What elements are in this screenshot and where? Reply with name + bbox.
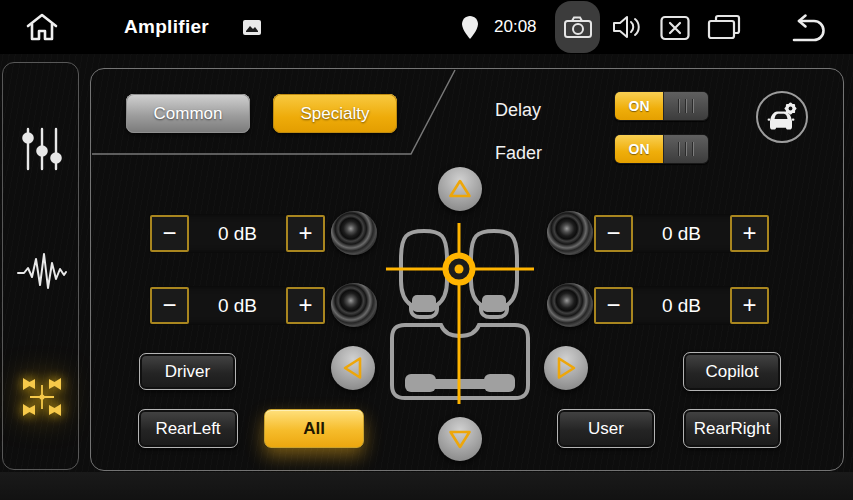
fader-toggle[interactable]: ON [614, 134, 709, 164]
sidebar-item-waveform[interactable] [3, 243, 80, 299]
gain-row-front-right: − 0 dB + [593, 214, 770, 253]
rear-right-plus-button[interactable]: + [730, 287, 769, 324]
balance-fader-icon [18, 373, 66, 421]
balance-down-button[interactable] [438, 417, 482, 461]
front-left-speaker-icon [331, 211, 377, 255]
clock: 20:08 [494, 0, 537, 54]
sidebar [2, 62, 79, 470]
balance-left-button[interactable] [331, 346, 375, 390]
equalizer-icon [22, 127, 62, 171]
page-title: Amplifier [124, 0, 209, 54]
recents-button[interactable] [707, 14, 741, 40]
preset-rearright-button[interactable]: RearRight [683, 409, 781, 448]
front-left-minus-button[interactable]: − [150, 215, 189, 252]
back-icon [786, 13, 828, 43]
front-right-gain-value: 0 dB [662, 223, 701, 245]
delay-toggle[interactable]: ON [614, 91, 709, 121]
tab-common-label: Common [154, 104, 223, 124]
preset-user-label: User [588, 419, 624, 439]
car-settings-button[interactable] [756, 91, 808, 143]
fader-label: Fader [495, 138, 542, 168]
location-icon [461, 15, 479, 40]
gallery-icon [242, 19, 262, 36]
front-left-gain-value: 0 dB [218, 223, 257, 245]
preset-driver-label: Driver [165, 362, 210, 382]
balance-panel: Common Specialty Delay ON Fader ON [90, 68, 844, 471]
preset-all-button[interactable]: All [264, 409, 364, 448]
balance-right-button[interactable] [544, 346, 588, 390]
front-right-minus-button[interactable]: − [594, 215, 633, 252]
volume-icon [612, 14, 644, 40]
rear-right-minus-button[interactable]: − [594, 287, 633, 324]
bottom-strip [0, 472, 853, 500]
fader-toggle-on-label: ON [615, 135, 663, 163]
waveform-icon [16, 250, 68, 292]
rear-right-gain-value: 0 dB [662, 295, 701, 317]
recents-icon [707, 14, 741, 40]
back-button[interactable] [786, 13, 828, 43]
left-arrow-icon [331, 346, 375, 390]
down-arrow-icon [438, 417, 482, 461]
tab-common[interactable]: Common [126, 94, 250, 133]
delay-label: Delay [495, 95, 541, 125]
front-left-plus-button[interactable]: + [286, 215, 325, 252]
rear-left-minus-button[interactable]: − [150, 287, 189, 324]
home-icon [25, 12, 59, 42]
amplifier-screen: Amplifier 20:08 [0, 0, 853, 500]
gain-row-front-left: − 0 dB + [149, 214, 326, 253]
fader-toggle-grip [663, 135, 708, 163]
sidebar-item-balance[interactable] [3, 369, 80, 425]
preset-copilot-button[interactable]: Copilot [683, 352, 781, 391]
rear-left-gain-value: 0 dB [218, 295, 257, 317]
rear-left-speaker-icon [331, 283, 377, 327]
front-right-plus-button[interactable]: + [730, 215, 769, 252]
right-arrow-icon [544, 346, 588, 390]
up-arrow-icon [438, 167, 482, 211]
preset-driver-button[interactable]: Driver [139, 353, 236, 390]
volume-button[interactable] [612, 14, 644, 40]
gain-row-rear-left: − 0 dB + [149, 286, 326, 325]
delay-toggle-grip [663, 92, 708, 120]
preset-rearleft-label: RearLeft [155, 419, 220, 439]
home-button[interactable] [25, 12, 59, 42]
camera-button[interactable] [555, 1, 600, 53]
status-bar: Amplifier 20:08 [0, 0, 853, 54]
tab-specialty[interactable]: Specialty [273, 94, 397, 133]
gain-row-rear-right: − 0 dB + [593, 286, 770, 325]
close-window-button[interactable] [660, 15, 690, 41]
crosshair-target [446, 256, 473, 283]
preset-rearleft-button[interactable]: RearLeft [138, 409, 238, 448]
tab-specialty-label: Specialty [301, 104, 370, 124]
delay-toggle-on-label: ON [615, 92, 663, 120]
gallery-button[interactable] [242, 19, 262, 36]
camera-icon [563, 14, 593, 40]
preset-rearright-label: RearRight [694, 419, 771, 439]
balance-up-button[interactable] [438, 167, 482, 211]
close-window-icon [660, 15, 690, 41]
preset-copilot-label: Copilot [706, 362, 759, 382]
sidebar-item-equalizer[interactable] [3, 121, 80, 177]
car-settings-icon [763, 99, 801, 135]
rear-left-plus-button[interactable]: + [286, 287, 325, 324]
preset-user-button[interactable]: User [557, 409, 655, 448]
preset-all-label: All [303, 419, 325, 439]
